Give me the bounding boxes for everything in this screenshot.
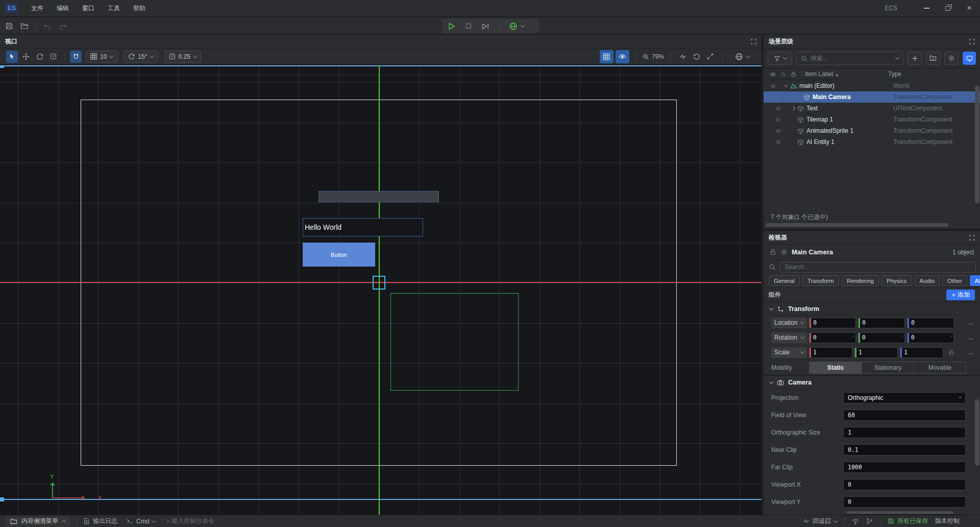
scene-canvas[interactable]: Hello World Button Y X — [0, 65, 762, 515]
add-component-button[interactable]: + 添加 — [946, 290, 975, 300]
transform-section-header[interactable]: Transform — [764, 302, 980, 316]
inspector-search-input[interactable] — [785, 264, 971, 271]
play-button[interactable] — [447, 22, 456, 31]
visibility-eye-icon[interactable] — [775, 139, 783, 146]
tab-transform[interactable]: Transform — [802, 275, 839, 286]
hierarchy-search[interactable] — [796, 52, 903, 65]
inspector-expand-icon[interactable] — [969, 235, 975, 241]
tab-other[interactable]: Other — [942, 275, 967, 286]
column-visibility-icon[interactable] — [770, 71, 776, 78]
menu-window[interactable]: 窗口 — [76, 0, 101, 17]
all-saved-status[interactable]: 所有已保存 — [888, 517, 928, 525]
scene-text-object[interactable]: Hello World — [303, 218, 423, 236]
object-settings-gear-icon[interactable] — [780, 249, 788, 256]
step-button[interactable] — [481, 22, 490, 30]
hierarchy-vertical-scrollbar[interactable] — [975, 86, 979, 203]
version-control-button[interactable]: 版本控制 — [935, 517, 960, 525]
restore-button[interactable] — [937, 0, 959, 17]
cmd-dropdown[interactable]: Cmd — [127, 518, 155, 525]
field-of-view-input[interactable] — [843, 410, 966, 421]
reset-view-button[interactable] — [691, 51, 702, 63]
hierarchy-row-ai-entity[interactable]: AI Entity 1 TransformComponent — [764, 136, 980, 148]
camera-selection-box[interactable] — [373, 276, 385, 290]
mobility-movable[interactable]: Movable — [914, 362, 966, 373]
backtrace-dropdown[interactable]: 回追踪 — [803, 517, 837, 525]
menu-edit[interactable]: 编辑 — [50, 0, 76, 17]
viewport-globe-dropdown[interactable] — [731, 51, 753, 63]
snap-magnet-button[interactable] — [70, 51, 82, 63]
scene-green-rect-object[interactable] — [390, 293, 519, 391]
console-command-input[interactable]: 输入控制台命令 — [165, 517, 214, 525]
scale-z-field[interactable] — [900, 347, 943, 358]
rotation-x-field[interactable]: ° — [809, 332, 856, 343]
camera-bounds-handle-bottom[interactable] — [0, 497, 4, 501]
fullscreen-button[interactable] — [704, 51, 716, 63]
visibility-toggle-button[interactable] — [616, 50, 629, 63]
hierarchy-settings-button[interactable] — [944, 52, 959, 65]
location-z-field[interactable] — [907, 318, 954, 328]
projection-select[interactable]: Orthographic▾ — [843, 392, 966, 403]
rotation-z-field[interactable]: ° — [907, 332, 954, 343]
network-wifi-icon[interactable] — [852, 518, 859, 525]
tab-rendering[interactable]: Rendering — [842, 275, 879, 286]
tab-all[interactable]: All — [970, 275, 980, 286]
location-y-field[interactable] — [858, 318, 905, 328]
content-drawer-button[interactable]: 内容侧滑菜单 — [5, 516, 70, 526]
viewport-expand-icon[interactable] — [751, 39, 756, 44]
stats-pulse-button[interactable] — [677, 51, 689, 63]
orthographic-size-input[interactable] — [843, 427, 966, 438]
menu-tools[interactable]: 工具 — [101, 0, 127, 17]
unlock-icon[interactable] — [770, 249, 776, 255]
hierarchy-row-animatedsprite[interactable]: AnimatedSprite 1 TransformComponent — [764, 125, 980, 136]
inspector-search-field[interactable] — [780, 262, 976, 273]
filter-dropdown[interactable] — [768, 52, 792, 65]
link-axes-icon[interactable]: ↔ — [967, 334, 974, 342]
menu-help[interactable]: 帮助 — [127, 0, 152, 17]
save-icon[interactable] — [5, 22, 13, 30]
new-folder-button[interactable] — [926, 52, 940, 65]
collapse-chevron[interactable] — [784, 83, 788, 87]
tab-audio[interactable]: Audio — [915, 275, 940, 286]
hierarchy-search-input[interactable] — [811, 55, 893, 62]
column-favorite-icon[interactable]: ☆ — [780, 70, 787, 78]
hierarchy-row-world[interactable]: main (Editor) World — [764, 80, 980, 91]
minimize-button[interactable] — [916, 0, 937, 17]
inspector-vertical-scrollbar[interactable] — [975, 399, 979, 466]
branch-icon[interactable] — [866, 518, 873, 524]
grid-toggle-button[interactable] — [600, 50, 614, 63]
hierarchy-expand-icon[interactable] — [969, 39, 975, 44]
column-type-label[interactable]: Type — [888, 70, 901, 78]
move-tool-button[interactable] — [20, 51, 32, 63]
hierarchy-row-text[interactable]: Text UITextComponent — [764, 103, 980, 114]
visibility-eye-icon[interactable] — [775, 94, 783, 101]
scale-x-field[interactable] — [809, 347, 852, 358]
view-mode-monitor-button[interactable] — [963, 52, 976, 65]
viewport-y-input[interactable] — [843, 496, 966, 508]
camera-bounds-handle-top[interactable] — [0, 65, 4, 68]
scene-button-object[interactable]: Button — [303, 243, 375, 267]
hierarchy-row-tilemap[interactable]: Tilemap 1 TransformComponent — [764, 114, 980, 125]
far-clip-input[interactable] — [843, 462, 966, 473]
visibility-eye-icon[interactable] — [770, 83, 778, 89]
add-entity-button[interactable] — [908, 52, 922, 65]
stop-button[interactable] — [465, 22, 472, 30]
inspector-horizontal-scrollbar[interactable] — [846, 511, 953, 514]
link-axes-icon[interactable]: ↔ — [967, 319, 974, 327]
zoom-control[interactable]: 79% — [642, 53, 664, 60]
camera-section-header[interactable]: Camera — [764, 375, 980, 389]
expand-chevron[interactable] — [791, 106, 795, 110]
launch-target-chevron[interactable] — [521, 23, 525, 27]
output-log-button[interactable]: 输出日志 — [83, 517, 117, 525]
scale-dropdown[interactable]: Scale — [771, 347, 807, 358]
near-clip-input[interactable] — [843, 444, 966, 456]
rotate-tool-button[interactable] — [34, 51, 45, 63]
grid-snap-dropdown[interactable]: 10 — [86, 51, 117, 63]
redo-icon[interactable] — [59, 22, 67, 30]
visibility-eye-icon[interactable] — [775, 105, 783, 112]
location-x-field[interactable] — [809, 318, 856, 328]
visibility-eye-icon[interactable] — [775, 116, 783, 123]
mobility-stationary[interactable]: Stationary — [862, 362, 914, 373]
column-item-label[interactable]: Item Label ▲ — [805, 70, 839, 78]
hierarchy-horizontal-scrollbar[interactable] — [766, 223, 948, 227]
rotation-dropdown[interactable]: Rotation — [771, 332, 807, 343]
